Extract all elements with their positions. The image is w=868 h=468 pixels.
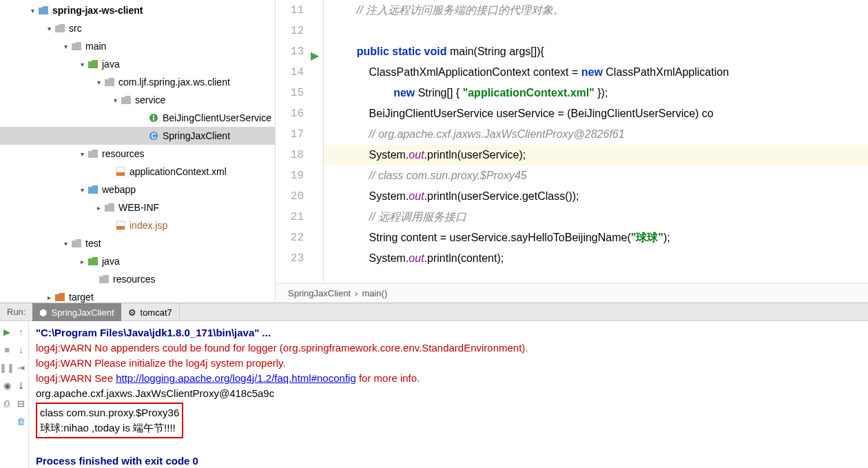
jsp-icon [114, 221, 127, 230]
code-line[interactable]: // 注入远程访问服务端的接口的代理对象。 [324, 0, 868, 21]
camera-icon[interactable]: ◉ [1, 379, 13, 391]
svg-text:I: I [153, 114, 155, 122]
tree-item-springjaxclient[interactable]: CSpringJaxClient [0, 127, 275, 145]
run-tab-label: SpringJaxClient [51, 307, 114, 318]
code-line[interactable]: String content = userService.sayHelloToB… [324, 227, 868, 248]
tree-item-beijingclientuserservice[interactable]: IBeiJingClientUserService [0, 109, 275, 127]
tree-label: spring-jax-ws-client [52, 5, 143, 16]
chevron-down-icon[interactable]: ▾ [94, 79, 103, 86]
console-link[interactable]: http://logging.apache.org/log4j/1.2/faq.… [116, 372, 356, 384]
chevron-right-icon[interactable]: ▸ [77, 258, 87, 265]
code-line[interactable]: System.out.println(content); [324, 248, 868, 269]
project-tree[interactable]: ▾spring-jax-ws-client▾src▾main▾java▾com.… [0, 0, 276, 303]
scroll-icon[interactable]: ⤓ [15, 379, 28, 391]
up-icon[interactable]: ↑ [15, 325, 28, 338]
code-line[interactable]: // org.apache.cxf.jaxws.JaxWsClientProxy… [324, 124, 868, 145]
chevron-right-icon[interactable]: ▸ [94, 204, 103, 212]
tree-label: WEB-INF [118, 202, 159, 213]
code-lines[interactable]: // 注入远程访问服务端的接口的代理对象。 public static void… [324, 0, 868, 283]
tree-item-src[interactable]: ▾src [0, 19, 275, 37]
rerun-icon[interactable]: ▶ [1, 325, 13, 338]
code-line[interactable]: System.out.println(userService); [324, 145, 868, 165]
svg-text:C: C [151, 132, 156, 140]
tree-label: src [69, 23, 82, 34]
print-icon[interactable]: ⎙ [1, 397, 13, 409]
tree-label: index.jsp [130, 220, 167, 231]
editor-pane: 111213▶14151617181920212223 // 注入远程访问服务端… [276, 0, 868, 303]
chevron-down-icon[interactable]: ▾ [77, 186, 87, 194]
run-config-icon: ⚙ [128, 307, 136, 318]
tree-item-webapp[interactable]: ▾webapp [0, 181, 275, 199]
breadcrumb-method[interactable]: main() [362, 288, 387, 298]
trash-icon[interactable]: 🗑 [15, 415, 28, 427]
chevron-down-icon[interactable]: ▾ [110, 96, 120, 104]
tree-label: main [85, 41, 106, 52]
filter-icon[interactable]: ⊟ [15, 397, 28, 409]
console-output[interactable]: "C:\Program Files\Java\jdk1.8.0_171\bin\… [29, 321, 868, 468]
tree-item-target[interactable]: ▸target [0, 288, 275, 303]
run-tab-springjaxclient[interactable]: ⬢SpringJaxClient [32, 303, 121, 321]
folder-icon [70, 42, 83, 50]
code-line[interactable]: new String[] { "applicationContext.xml" … [324, 83, 868, 103]
folder-web-icon [87, 185, 99, 194]
wrap-icon[interactable]: ⇥ [15, 361, 28, 374]
tree-item-resources[interactable]: ▾resources [0, 145, 275, 163]
pause-icon[interactable]: ❚❚ [1, 361, 13, 374]
tree-label: target [69, 292, 94, 303]
tree-item-applicationcontext-xml[interactable]: applicationContext.xml [0, 163, 275, 181]
chevron-down-icon[interactable]: ▾ [61, 43, 70, 50]
tree-item-resources[interactable]: resources [0, 270, 275, 288]
stop-icon[interactable]: ■ [1, 343, 13, 356]
console-line: Process finished with exit code 0 [36, 454, 861, 468]
tree-item-web-inf[interactable]: ▸WEB-INF [0, 199, 275, 216]
chevron-down-icon[interactable]: ▾ [44, 25, 54, 32]
tree-item-test[interactable]: ▾test [0, 234, 275, 252]
run-config-icon: ⬢ [39, 307, 47, 318]
folder-icon [103, 203, 116, 212]
tree-item-java[interactable]: ▾java [0, 55, 275, 73]
code-line[interactable]: BeiJingClientUserService userService = (… [324, 103, 868, 124]
run-tab-tomcat7[interactable]: ⚙tomcat7 [121, 303, 180, 321]
down-icon[interactable]: ↓ [15, 343, 28, 356]
module-icon [37, 6, 50, 14]
chevron-down-icon[interactable]: ▾ [77, 61, 87, 68]
folder-res-icon [87, 150, 99, 158]
class-icon: C [147, 131, 160, 141]
folder-res-icon [98, 275, 110, 283]
highlighted-output: class com.sun.proxy.$Proxy36球球:nihao ,to… [36, 403, 183, 438]
chevron-down-icon[interactable]: ▾ [61, 240, 70, 247]
code-line[interactable]: // class com.sun.proxy.$Proxy45 [324, 165, 868, 186]
tree-item-service[interactable]: ▾service [0, 91, 275, 109]
console-line: log4j:WARN Please initialize the log4j s… [36, 356, 861, 371]
folder-icon [54, 24, 66, 32]
console-line: org.apache.cxf.jaxws.JaxWsClientProxy@41… [36, 386, 861, 401]
folder-src-icon [87, 60, 99, 68]
code-line[interactable]: ClassPathXmlApplicationContext context =… [324, 62, 868, 83]
code-line[interactable]: System.out.println(userService.getClass(… [324, 186, 868, 207]
breadcrumb-class[interactable]: SpringJaxClient [288, 288, 351, 298]
console-line [36, 438, 861, 454]
code-line[interactable] [324, 21, 868, 41]
interface-icon: I [147, 113, 160, 123]
run-tab-label: tomcat7 [141, 307, 172, 318]
code-line[interactable]: // 远程调用服务接口 [324, 207, 868, 227]
tree-item-java[interactable]: ▸java [0, 252, 275, 270]
tree-item-spring-jax-ws-client[interactable]: ▾spring-jax-ws-client [0, 1, 275, 19]
breadcrumb[interactable]: SpringJaxClient › main() [276, 283, 868, 303]
folder-icon [70, 239, 83, 247]
code-line[interactable]: public static void main(String args[]){ [324, 41, 868, 62]
xml-icon [114, 167, 127, 176]
run-panel: Run: ⬢SpringJaxClient⚙tomcat7 ▶ ■ ❚❚ ◉ ⎙… [0, 303, 868, 468]
folder-src-icon [87, 257, 99, 265]
tree-item-com-ljf-spring-jax-ws-client[interactable]: ▾com.ljf.spring.jax.ws.client [0, 73, 275, 91]
chevron-down-icon[interactable]: ▾ [28, 7, 37, 14]
gutter: 111213▶14151617181920212223 [276, 0, 324, 283]
folder-exc-icon [54, 293, 66, 301]
chevron-down-icon[interactable]: ▾ [77, 150, 87, 158]
chevron-right-icon[interactable]: ▸ [44, 294, 54, 301]
tree-item-main[interactable]: ▾main [0, 37, 275, 55]
chevron-right-icon: › [355, 288, 358, 298]
tree-item-index-jsp[interactable]: index.jsp [0, 216, 275, 234]
tree-label: com.ljf.spring.jax.ws.client [118, 77, 230, 88]
run-toolbar: ▶ ■ ❚❚ ◉ ⎙ ↑ ↓ ⇥ ⤓ ⊟ 🗑 [0, 321, 29, 468]
